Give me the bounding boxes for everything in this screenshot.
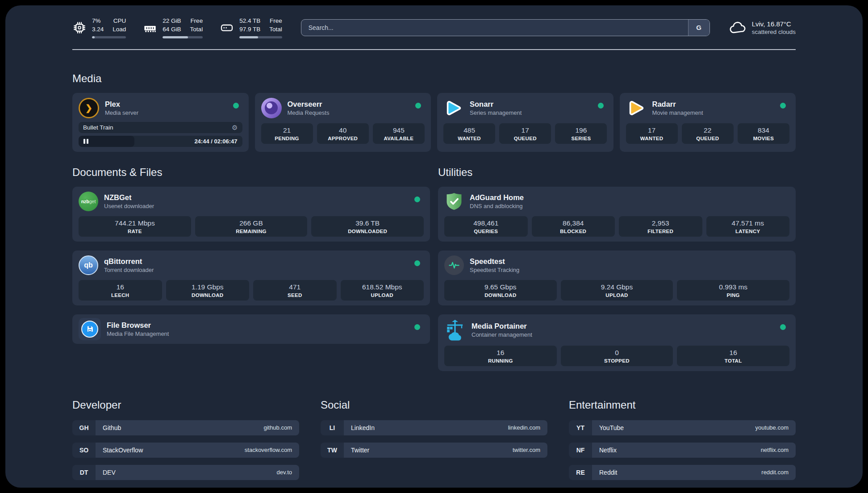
filebrowser-icon <box>79 318 101 340</box>
link-netflix[interactable]: NF Netflix netflix.com <box>569 443 796 458</box>
cloud-icon <box>729 19 747 37</box>
status-dot <box>780 103 786 109</box>
section-title-entertainment: Entertainment <box>569 399 796 411</box>
status-dot <box>780 324 786 330</box>
gear-icon[interactable]: ⚙ <box>232 124 238 131</box>
player-time: 24:44 / 02:06:47 <box>194 138 237 145</box>
link-dev[interactable]: DT DEV dev.to <box>72 465 299 480</box>
disk-free-value: 52.4 TB <box>239 17 260 25</box>
top-bar: 7% 3.24 CPU Load <box>72 17 796 38</box>
cpu-load-value: 3.24 <box>92 25 104 34</box>
pause-icon[interactable] <box>83 139 88 144</box>
link-linkedin[interactable]: LI LinkedIn linkedin.com <box>321 420 547 435</box>
stat-movies: 834 MOVIES <box>738 123 789 144</box>
cpu-stat: 7% 3.24 CPU Load <box>72 17 126 38</box>
section-title-media: Media <box>72 72 796 85</box>
stat-approved: 40 APPROVED <box>317 123 369 144</box>
card-portainer[interactable]: Media Portainer Container management 16 … <box>438 314 796 371</box>
player-bar[interactable]: 24:44 / 02:06:47 <box>79 136 242 147</box>
status-dot <box>233 103 239 109</box>
stat-rate: 744.21 Mbps RATE <box>79 216 191 237</box>
youtube-badge: YT <box>569 420 592 435</box>
status-dot <box>414 324 420 330</box>
qbittorrent-subtitle: Torrent downloader <box>104 267 154 273</box>
stat-seed: 471 SEED <box>253 280 337 301</box>
portainer-subtitle: Container management <box>472 331 532 338</box>
card-overseerr[interactable]: Overseerr Media Requests 21 PENDING 40 A… <box>255 93 431 152</box>
stat-total: 16 TOTAL <box>677 346 789 366</box>
cpu-load-label: Load <box>113 25 126 34</box>
system-stats: 7% 3.24 CPU Load <box>72 17 282 38</box>
twitter-badge: TW <box>321 443 344 458</box>
stat-queued: 17 QUEUED <box>499 123 551 144</box>
social-section: Social LI LinkedIn linkedin.com TW Twitt… <box>321 399 547 480</box>
stat-upload: 9.24 Gbps UPLOAD <box>561 280 673 301</box>
overseerr-title: Overseerr <box>288 100 330 109</box>
overseerr-icon <box>261 98 282 118</box>
netflix-badge: NF <box>569 443 592 458</box>
developer-section: Developer GH Github github.com SO StackO… <box>72 399 299 480</box>
link-stackoverflow[interactable]: SO StackOverflow stackoverflow.com <box>72 443 299 458</box>
utilities-column: Utilities <box>438 166 796 371</box>
filebrowser-title: File Browser <box>107 321 169 330</box>
radarr-title: Radarr <box>652 100 703 109</box>
card-adguard[interactable]: AdGuard Home DNS and adblocking 498,461 … <box>438 187 796 242</box>
stat-series: 196 SERIES <box>555 123 607 144</box>
stat-stopped: 0 STOPPED <box>561 346 673 366</box>
reddit-badge: RE <box>569 465 592 480</box>
stat-wanted: 17 WANTED <box>626 123 678 144</box>
speedtest-title: Speedtest <box>470 257 519 266</box>
sonarr-title: Sonarr <box>470 100 522 109</box>
speedtest-icon <box>444 255 464 275</box>
link-github[interactable]: GH Github github.com <box>72 420 299 435</box>
card-nzbget[interactable]: nzbget NZBGet Usenet downloader 744.21 M… <box>72 187 430 242</box>
plex-icon: ❯ <box>79 98 99 118</box>
disk-total-label: Total <box>269 25 282 34</box>
stat-queued: 22 QUEUED <box>682 123 734 144</box>
ram-free-label: Free <box>190 17 203 25</box>
link-reddit[interactable]: RE Reddit reddit.com <box>569 465 796 480</box>
ram-total-value: 64 GiB <box>163 25 181 34</box>
card-radarr[interactable]: Radarr Movie management 17 WANTED 22 QUE… <box>620 93 796 152</box>
card-filebrowser[interactable]: File Browser Media File Management <box>72 314 430 344</box>
link-youtube[interactable]: YT YouTube youtube.com <box>569 420 796 435</box>
stackoverflow-badge: SO <box>72 443 96 458</box>
overseerr-subtitle: Media Requests <box>288 109 330 116</box>
disk-free-label: Free <box>269 17 282 25</box>
section-title-documents: Documents & Files <box>72 166 430 179</box>
plex-title: Plex <box>105 100 138 109</box>
stat-ping: 0.993 ms PING <box>677 280 789 301</box>
stat-upload: 618.52 Mbps UPLOAD <box>341 280 424 301</box>
stat-remaining: 266 GB REMAINING <box>195 216 308 237</box>
nzbget-icon: nzbget <box>79 192 98 211</box>
stat-wanted: 485 WANTED <box>443 123 495 144</box>
media-cards: ❯ Plex Media server Bullet Train ⚙ 24:44… <box>72 93 796 152</box>
link-twitter[interactable]: TW Twitter twitter.com <box>321 443 547 458</box>
status-dot <box>414 196 420 202</box>
section-title-social: Social <box>321 399 547 411</box>
card-plex[interactable]: ❯ Plex Media server Bullet Train ⚙ 24:44… <box>72 93 249 152</box>
card-sonarr[interactable]: Sonarr Series management 485 WANTED 17 Q… <box>437 93 613 152</box>
search-input[interactable] <box>301 20 688 36</box>
section-title-developer: Developer <box>72 399 299 411</box>
search-provider-button[interactable]: G <box>688 20 709 36</box>
portainer-title: Media Portainer <box>472 322 532 330</box>
portainer-icon <box>444 319 466 341</box>
ram-progress-bar <box>163 36 203 38</box>
ram-icon <box>143 21 157 35</box>
sonarr-subtitle: Series management <box>470 109 522 116</box>
section-title-utilities: Utilities <box>438 166 796 179</box>
header-divider <box>72 49 796 50</box>
documents-column: Documents & Files nzbget NZBGet Usenet d… <box>72 166 430 371</box>
stat-blocked: 86,384 BLOCKED <box>532 216 615 237</box>
card-qbittorrent[interactable]: qb qBittorrent Torrent downloader 16 LEE… <box>72 251 430 305</box>
stat-latency: 47.571 ms LATENCY <box>706 216 790 237</box>
card-speedtest[interactable]: Speedtest Speedtest Tracking 9.65 Gbps D… <box>438 251 796 305</box>
radarr-subtitle: Movie management <box>652 109 703 116</box>
qbittorrent-title: qBittorrent <box>104 257 154 266</box>
stat-download: 9.65 Gbps DOWNLOAD <box>444 280 557 301</box>
now-playing-box: Bullet Train ⚙ <box>79 122 242 133</box>
cpu-progress-bar <box>92 36 126 38</box>
stat-leech: 16 LEECH <box>79 280 162 301</box>
status-dot <box>414 260 420 266</box>
